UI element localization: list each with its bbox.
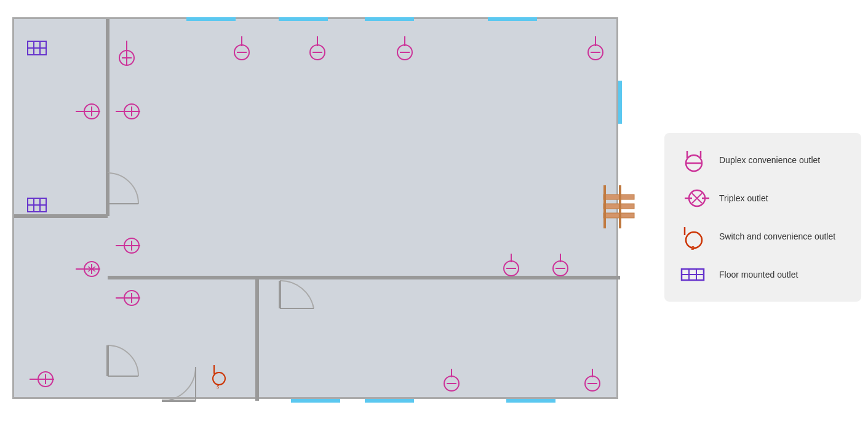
main-container: s xyxy=(0,0,868,434)
legend-panel: Duplex convenience outlet Triplex outlet xyxy=(664,133,861,302)
svg-text:s: s xyxy=(691,244,695,251)
svg-text:s: s xyxy=(217,384,220,390)
sym-duplex-h xyxy=(30,373,54,385)
svg-point-77 xyxy=(213,372,225,385)
triplex-icon-svg xyxy=(679,188,709,209)
sym-duplex xyxy=(589,36,602,61)
legend-icon-triplex xyxy=(677,186,711,211)
legend-item-floor: Floor mounted outlet xyxy=(677,262,849,287)
legend-icon-duplex xyxy=(677,148,711,172)
building-walls: s xyxy=(12,17,618,399)
legend-icon-switch: s xyxy=(677,224,711,249)
sym-floor xyxy=(26,193,51,218)
sym-duplex-h xyxy=(116,239,140,252)
sym-switch: s xyxy=(208,365,233,390)
sym-duplex xyxy=(121,41,133,65)
sym-triplex-h xyxy=(76,263,100,275)
legend-label-triplex: Triplex outlet xyxy=(719,193,768,203)
sym-duplex xyxy=(236,36,248,61)
sym-duplex-h xyxy=(116,292,140,304)
sym-duplex xyxy=(445,369,458,393)
legend-label-floor: Floor mounted outlet xyxy=(719,270,798,279)
legend-item-duplex: Duplex convenience outlet xyxy=(677,148,849,172)
legend-label-duplex: Duplex convenience outlet xyxy=(719,155,820,165)
legend-item-switch: s Switch and convenience outlet xyxy=(677,224,849,249)
switch-icon-svg: s xyxy=(679,224,709,249)
sym-duplex xyxy=(311,36,324,61)
floor-plan: s xyxy=(6,11,652,424)
sym-floor xyxy=(26,36,51,61)
legend-label-switch: Switch and convenience outlet xyxy=(719,231,835,241)
sym-duplex xyxy=(399,36,411,61)
sym-duplex xyxy=(505,254,517,278)
floor-icon-svg xyxy=(679,264,709,285)
sym-duplex-h xyxy=(76,105,100,118)
sym-duplex xyxy=(554,254,567,278)
sym-duplex-h xyxy=(116,105,140,118)
wall-svg xyxy=(14,19,620,401)
legend-icon-floor xyxy=(677,262,711,287)
legend-item-triplex: Triplex outlet xyxy=(677,186,849,211)
sym-duplex xyxy=(586,369,599,393)
duplex-icon-svg xyxy=(679,150,709,171)
